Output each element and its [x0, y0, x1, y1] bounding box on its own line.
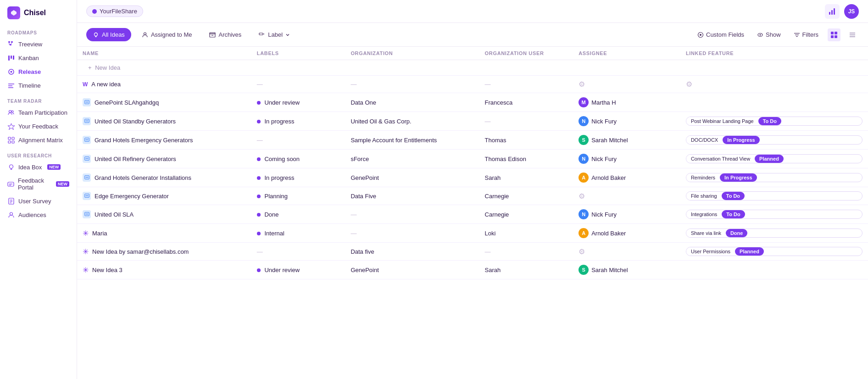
- svg-point-80: [85, 177, 86, 178]
- sidebar-item-timeline[interactable]: Timeline: [0, 78, 77, 92]
- new-idea-row[interactable]: + New Idea: [77, 60, 868, 76]
- table-row[interactable]: Grand Hotels Emergency Generators —Sampl…: [77, 131, 868, 150]
- table-row[interactable]: Grand Hotels Generator Installations In …: [77, 168, 868, 187]
- label-icon: [259, 32, 265, 38]
- svg-point-86: [86, 195, 87, 196]
- analytics-icon-btn[interactable]: [825, 4, 840, 19]
- cell-orguser: Francesca: [479, 93, 573, 112]
- table-row[interactable]: United Oil Refinery Generators Coming so…: [77, 150, 868, 168]
- toolbar-filters: All Ideas Assigned to Me Archives: [86, 28, 297, 42]
- sidebar-item-your-feedback[interactable]: Your Feedback: [0, 119, 77, 133]
- sidebar-item-release[interactable]: Release: [0, 65, 77, 78]
- list-view-toggle[interactable]: [846, 28, 859, 41]
- assigned-to-me-button[interactable]: Assigned to Me: [135, 28, 199, 42]
- feature-status-badge: Planned: [755, 155, 784, 163]
- cell-linked: DOC/DOCX In Progress: [680, 131, 868, 150]
- feature-box[interactable]: Post Webinar Landing Page To Do: [686, 117, 862, 126]
- workspace-selector[interactable]: YourFileShare: [86, 6, 143, 17]
- cell-orguser: —: [479, 76, 573, 93]
- user-avatar[interactable]: JS: [844, 4, 859, 19]
- svg-rect-43: [259, 33, 263, 35]
- cell-org: GenePoint: [345, 261, 479, 279]
- custom-fields-action[interactable]: Custom Fields: [694, 29, 748, 40]
- feature-name: Post Webinar Landing Page: [686, 117, 758, 125]
- bar-chart-icon: [828, 7, 836, 16]
- logo[interactable]: Chisel: [0, 0, 77, 24]
- svg-point-66: [86, 121, 87, 122]
- grid-view-toggle[interactable]: [828, 28, 840, 41]
- cell-org: Sample Account for Entitlements: [345, 131, 479, 150]
- feature-box[interactable]: Conversation Thread View Planned: [686, 154, 862, 163]
- cell-assignee: N Nick Fury: [573, 150, 680, 168]
- filters-action[interactable]: Filters: [790, 29, 822, 40]
- table-row[interactable]: ✳ New Idea 3 Under review GenePointSarah…: [77, 261, 868, 279]
- col-header-linked: LINKED FEATURE: [680, 47, 868, 60]
- sidebar-item-label: Alignment Matrix: [18, 137, 63, 144]
- assignee-cell: N Nick Fury: [579, 154, 675, 164]
- sidebar-item-audiences[interactable]: Audiences: [0, 208, 77, 222]
- show-action[interactable]: Show: [753, 29, 785, 40]
- avatar: S: [579, 265, 589, 275]
- svg-point-75: [85, 158, 86, 159]
- idea-name: Edge Emergency Generator: [95, 193, 169, 200]
- table-row[interactable]: ✳ New Idea by samar@chisellabs.com —Data…: [77, 243, 868, 261]
- svg-rect-18: [8, 137, 11, 139]
- topbar-left: YourFileShare: [86, 6, 143, 17]
- feature-box[interactable]: Share via link Done: [686, 229, 862, 238]
- table-row[interactable]: Edge Emergency Generator Planning Data F…: [77, 187, 868, 205]
- gear-icon: ⚙: [579, 248, 585, 256]
- cell-label: —: [251, 243, 345, 261]
- sidebar-item-feedback-portal[interactable]: Feedback Portal NEW: [0, 174, 77, 194]
- table-row[interactable]: United Oil Standby Generators In progres…: [77, 112, 868, 131]
- sidebar-item-label: Your Feedback: [18, 123, 58, 130]
- label-filter-button[interactable]: Label: [252, 28, 297, 42]
- feature-status-badge: To Do: [722, 210, 745, 218]
- feature-box[interactable]: User Permissions Planned: [686, 247, 862, 256]
- feature-box[interactable]: Integrations To Do: [686, 210, 862, 219]
- new-badge: NEW: [47, 164, 61, 170]
- cell-assignee: S Sarah Mitchel: [573, 131, 680, 150]
- svg-point-92: [87, 214, 88, 215]
- logo-icon: [7, 6, 20, 19]
- ideas-table: NAME LABELS ORGANIZATION ORGANIZATION US…: [77, 47, 868, 279]
- svg-point-32: [10, 212, 12, 215]
- org-user-name: Thomas: [485, 137, 506, 144]
- svg-point-16: [11, 111, 13, 112]
- assignee-name: Martha H: [591, 99, 616, 106]
- chat-icon: [83, 210, 91, 218]
- sidebar-item-label: Timeline: [18, 82, 41, 89]
- svg-point-22: [9, 165, 13, 168]
- section-team-radar: TEAM RADAR: [0, 92, 77, 106]
- svg-point-81: [86, 177, 87, 178]
- feature-box[interactable]: Reminders In Progress: [686, 173, 862, 182]
- cell-org: —: [345, 224, 479, 243]
- sidebar-item-alignment-matrix[interactable]: Alignment Matrix: [0, 133, 77, 147]
- cell-linked: ⚙: [680, 76, 868, 93]
- feature-box[interactable]: File sharing To Do: [686, 191, 862, 201]
- cell-assignee: N Nick Fury: [573, 205, 680, 224]
- sidebar-item-treeview[interactable]: Treeview: [0, 37, 77, 51]
- cell-name: ✳ Maria: [77, 224, 251, 243]
- sidebar-item-user-survey[interactable]: User Survey: [0, 194, 77, 208]
- svg-rect-1: [8, 41, 10, 43]
- cell-label: In progress: [251, 168, 345, 187]
- svg-rect-52: [835, 32, 837, 34]
- table-row[interactable]: W A new idea ———⚙⚙: [77, 76, 868, 93]
- svg-point-91: [86, 214, 87, 215]
- sidebar-item-team-participation[interactable]: Team Participation: [0, 106, 77, 119]
- cell-assignee: A Arnold Baker: [573, 224, 680, 243]
- table-row[interactable]: United Oil SLA Done —Carnegie N Nick Fur…: [77, 205, 868, 224]
- idea-name: United Oil Standby Generators: [95, 118, 176, 125]
- feature-status-badge: In Progress: [720, 173, 757, 182]
- org-name: GenePoint: [351, 174, 378, 181]
- archives-button[interactable]: Archives: [202, 28, 248, 42]
- asterisk-icon: ✳: [83, 229, 89, 238]
- feature-box[interactable]: DOC/DOCX In Progress: [686, 135, 862, 145]
- table-row[interactable]: ✳ Maria Internal —Loki A Arnold Baker Sh…: [77, 224, 868, 243]
- all-ideas-button[interactable]: All Ideas: [86, 28, 131, 41]
- cell-label: Planning: [251, 187, 345, 205]
- svg-point-72: [87, 139, 88, 140]
- table-row[interactable]: GenePoint SLAhgahdgq Under review Data O…: [77, 93, 868, 112]
- sidebar-item-kanban[interactable]: Kanban: [0, 51, 77, 65]
- sidebar-item-idea-box[interactable]: Idea Box NEW: [0, 160, 77, 174]
